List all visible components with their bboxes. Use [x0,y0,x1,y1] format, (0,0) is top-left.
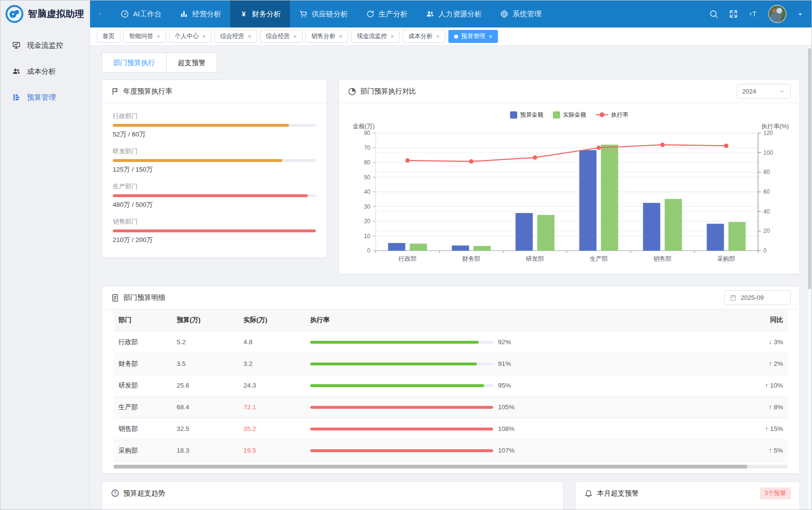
svg-text:采购部: 采购部 [717,255,735,262]
open-tab[interactable]: 预算管理× [448,30,498,43]
overspend-trend-card: 预算超支趋势 超支部门数平均超支率 [102,482,563,510]
search-icon[interactable] [709,9,719,19]
yoy-cell: ↑ 2% [733,353,788,375]
dept-cell: 销售部 [114,418,172,440]
annual-progress-label: 行政部门 [113,112,316,121]
svg-text:执行率(%): 执行率(%) [761,123,789,130]
svg-text:销售部: 销售部 [654,255,672,262]
annual-progress-item: 销售部门210万 / 200万 [113,217,316,244]
page-tab[interactable]: 超支预警 [166,53,217,73]
open-tab[interactable]: 综合经营× [214,30,257,43]
detail-card-header: 部门预算明细 2025-09 [102,286,799,309]
table-row: 行政部5.24.892%↓ 3% [114,331,788,353]
svg-text:40: 40 [763,208,770,215]
close-icon[interactable]: × [489,33,493,40]
close-icon[interactable]: × [436,33,440,40]
open-tab-label: 综合经营 [220,32,244,40]
open-tab[interactable]: 个人中心× [169,30,212,43]
nav-item-label: AI工作台 [133,10,161,19]
nav-item[interactable]: 人力资源分析 [417,0,491,27]
svg-text:财务部: 财务部 [462,255,481,262]
open-tab[interactable]: 销售分析× [305,30,348,43]
annual-progress-list: 行政部门52万 / 60万研发部门125万 / 150万生产部门480万 / 5… [102,103,327,257]
bar-chart-icon [180,10,188,18]
nav-item[interactable]: 供应链分析 [290,0,357,27]
compare-card-header: 部门预算执行对比 2024 [339,80,799,103]
legend-item[interactable]: 执行率 [596,111,629,119]
open-tab[interactable]: 综合经营× [260,30,303,43]
nav-item[interactable]: 生产分析 [357,0,417,27]
progress-bar [113,229,316,232]
table-row: 销售部32.535.2108%↑ 15% [114,418,788,440]
nav-item-label: 财务分析 [252,10,281,19]
collapse-menu-icon[interactable] [95,9,105,19]
user-avatar[interactable] [768,5,786,23]
close-icon[interactable]: × [339,33,342,40]
sidebar-item[interactable]: 成本分析 [0,58,90,84]
open-tab[interactable]: 首页 [97,30,120,43]
open-tab[interactable]: 成本分析× [403,30,445,43]
annual-progress-label: 生产部门 [113,182,316,191]
budget-cell: 5.2 [172,331,239,353]
fullscreen-icon[interactable] [729,9,738,19]
table-header-cell: 部门 [114,309,172,331]
table-horizontal-scrollbar [114,465,788,469]
alert-item: 销售部超支 2.2万 [576,505,799,510]
yoy-cell: ↑ 5% [733,440,788,461]
scrollbar-thumb[interactable] [114,465,747,469]
rate-progress-fill [310,362,477,365]
svg-text:10: 10 [364,233,371,240]
annual-budget-card: 年度预算执行率 行政部门52万 / 60万研发部门125万 / 150万生产部门… [102,80,327,258]
close-icon[interactable]: × [157,33,160,40]
svg-text:生产部: 生产部 [589,255,608,262]
svg-text:100: 100 [763,149,773,156]
progress-bar [113,124,316,127]
open-tab[interactable]: 智能问答× [123,30,166,43]
vertical-scrollbar-thumb[interactable] [808,48,811,289]
rate-cell: 108% [305,418,733,440]
open-tab-label: 现金流监控 [357,32,387,40]
caret-down-icon[interactable] [797,11,804,18]
sidebar-item[interactable]: 现金流监控 [0,32,90,58]
trend-card-title: 预算超支趋势 [123,489,165,498]
budget-cell: 18.3 [172,440,239,461]
yoy-value: 10% [770,382,783,389]
compare-chart-body: 预算金额实际金额执行率 0102030405060708002040608010… [339,103,799,267]
rate-cell: 107% [305,440,733,461]
yoy-arrow-icon: ↑ [765,382,768,389]
font-size-icon[interactable]: TT [748,9,758,19]
close-icon[interactable]: × [202,33,206,40]
rate-progress-bar [310,449,493,452]
year-select[interactable]: 2024 [737,84,791,99]
annual-progress-label: 销售部门 [113,217,316,226]
svg-text:20: 20 [763,228,770,234]
nav-item-label: 系统管理 [512,10,541,19]
logo-icon [5,5,24,23]
calendar-icon [730,294,737,301]
nav-item[interactable]: 系统管理 [491,0,550,27]
open-tab[interactable]: 现金流监控× [351,30,400,43]
nav-item[interactable]: AI工作台 [111,0,170,27]
nav-item[interactable]: 经营分析 [170,0,230,27]
rate-value: 107% [498,447,515,454]
nav-item[interactable]: ¥财务分析 [230,0,290,27]
close-icon[interactable]: × [293,33,297,40]
page-tab[interactable]: 部门预算执行 [102,53,167,73]
legend-item[interactable]: 实际金额 [553,111,586,119]
open-tabs-bar: 首页智能问答×个人中心×综合经营×综合经营×销售分析×现金流监控×成本分析×预算… [90,27,812,46]
table-row: 生产部68.472.1105%↑ 8% [114,396,788,418]
rate-cell: 91% [305,353,733,375]
yoy-value: 5% [773,447,783,454]
sidebar-item[interactable]: 预算管理 [0,84,90,110]
table-header-row: 部门预算(万)实际(万)执行率同比 [114,309,788,331]
budget-cell: 68.4 [172,396,239,418]
rate-value: 105% [498,403,515,411]
close-icon[interactable]: × [248,33,251,40]
legend-item[interactable]: 预算金额 [510,111,543,119]
rate-progress-bar [310,406,493,409]
monitor-icon [12,41,21,50]
close-icon[interactable]: × [390,33,394,40]
dept-cell: 采购部 [114,440,172,461]
month-picker[interactable]: 2025-09 [724,290,791,305]
actual-cell: 24.3 [238,375,305,396]
